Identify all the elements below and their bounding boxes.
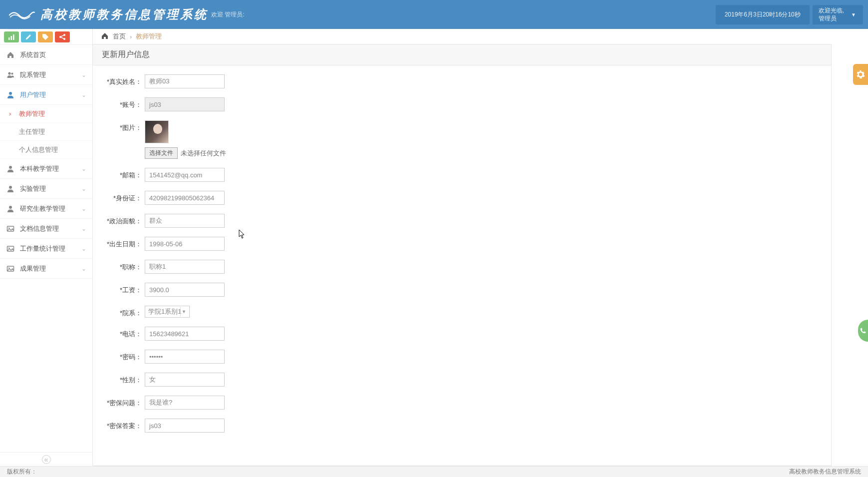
label-idcard: *身份证： [100, 191, 145, 203]
svg-point-8 [9, 92, 12, 95]
input-birth[interactable]: 1998-05-06 [145, 237, 225, 251]
select-dept[interactable]: 学院1系别1 ▼ [145, 306, 190, 318]
chevron-down-icon: ⌄ [81, 265, 86, 272]
sidebar-item-user-mgmt[interactable]: 用户管理 ⌄ [0, 85, 92, 105]
input-account: js03 [145, 97, 225, 111]
chevron-down-icon: ⌄ [81, 165, 86, 172]
panel-title: 更新用户信息 [93, 44, 831, 65]
submenu-label: 教师管理 [19, 109, 45, 118]
input-gender[interactable]: 女 [145, 373, 225, 387]
label-realname: *真实姓名： [100, 74, 145, 86]
toolbar-stats-button[interactable] [4, 31, 19, 42]
sidebar-item-dept[interactable]: 院系管理 ⌄ [0, 65, 92, 85]
sidebar-item-achievement[interactable]: 成果管理 ⌄ [0, 259, 92, 279]
sidebar-item-undergrad[interactable]: 本科教学管理 ⌄ [0, 159, 92, 179]
gear-icon [856, 70, 865, 79]
toolbar-tag-button[interactable] [38, 31, 53, 42]
svg-point-7 [11, 72, 13, 74]
submenu-item-director[interactable]: 主任管理 [0, 123, 92, 141]
welcome-text: 欢迎 管理员: [211, 10, 245, 19]
sidebar-item-label: 工作量统计管理 [20, 244, 81, 253]
user-greeting: 欢迎光临, [819, 7, 844, 15]
input-politics[interactable]: 群众 [145, 214, 225, 228]
svg-rect-0 [8, 37, 10, 40]
image-icon [6, 264, 15, 273]
label-phone: *电话： [100, 327, 145, 339]
image-icon [6, 244, 15, 253]
select-dept-value: 学院1系别1 [148, 307, 181, 316]
sidebar-item-lab[interactable]: 实验管理 ⌄ [0, 179, 92, 199]
input-idcard[interactable]: 420982199805062364 [145, 191, 225, 205]
sidebar: 系统首页 院系管理 ⌄ 用户管理 ⌄ 教师管理 主任管理 [0, 29, 93, 466]
sidebar-item-workload[interactable]: 工作量统计管理 ⌄ [0, 239, 92, 259]
label-gender: *性别： [100, 373, 145, 385]
svg-point-10 [9, 186, 12, 189]
user-role: 管理员 [819, 15, 844, 23]
label-seca: *密保答案： [100, 419, 145, 431]
submenu-item-teacher[interactable]: 教师管理 [0, 105, 92, 123]
toolbar-share-button[interactable] [55, 31, 70, 42]
sidebar-collapse-button[interactable]: « [0, 452, 92, 466]
sidebar-item-label: 院系管理 [20, 70, 81, 79]
chevron-left-icon: « [42, 455, 51, 464]
chevron-down-icon: ⌄ [81, 225, 86, 232]
chevron-down-icon: ⌄ [81, 185, 86, 192]
breadcrumb-home-link[interactable]: 首页 [113, 32, 126, 41]
chevron-down-icon: ⌄ [81, 205, 86, 212]
footer-right: 高校教师教务信息管理系统 [789, 468, 861, 476]
choose-file-button[interactable]: 选择文件 [145, 147, 178, 159]
svg-point-11 [9, 206, 12, 209]
label-picture: *图片： [100, 120, 145, 132]
submenu-label: 个人信息管理 [19, 145, 58, 154]
input-salary[interactable]: 3900.0 [145, 283, 225, 297]
chevron-down-icon: ▼ [180, 307, 187, 317]
svg-rect-1 [11, 36, 12, 40]
input-seca[interactable]: js03 [145, 419, 225, 433]
sidebar-item-docs[interactable]: 文档信息管理 ⌄ [0, 219, 92, 239]
input-email[interactable]: 1541452@qq.com [145, 168, 225, 182]
sidebar-item-grad[interactable]: 研究生教学管理 ⌄ [0, 199, 92, 219]
input-realname[interactable]: 教师03 [145, 74, 225, 88]
app-title: 高校教师教务信息管理系统 [40, 6, 208, 22]
logo-icon [7, 9, 36, 20]
user-icon [6, 90, 15, 99]
breadcrumb: 首页 › 教师管理 [93, 29, 868, 44]
submenu-user-mgmt: 教师管理 主任管理 个人信息管理 [0, 105, 92, 159]
user-menu[interactable]: 欢迎光临, 管理员 ▼ [813, 5, 863, 24]
label-title: *职称： [100, 260, 145, 272]
toolbar-edit-button[interactable] [21, 31, 36, 42]
chevron-down-icon: ⌄ [81, 245, 86, 252]
user-icon [6, 204, 15, 213]
label-password: *密码： [100, 350, 145, 362]
home-icon [6, 50, 15, 59]
nav-menu: 系统首页 院系管理 ⌄ 用户管理 ⌄ 教师管理 主任管理 [0, 45, 92, 452]
svg-point-9 [9, 166, 12, 169]
input-secq[interactable]: 我是谁? [145, 396, 225, 410]
breadcrumb-current: 教师管理 [136, 32, 162, 41]
footer-left: 版权所有： [7, 468, 37, 476]
avatar-preview [145, 120, 169, 143]
chevron-down-icon: ⌄ [81, 91, 86, 98]
sidebar-item-label: 实验管理 [20, 184, 81, 193]
input-title[interactable]: 职称1 [145, 260, 225, 274]
sidebar-item-home[interactable]: 系统首页 [0, 45, 92, 65]
submenu-item-profile[interactable]: 个人信息管理 [0, 141, 92, 159]
sidebar-item-label: 研究生教学管理 [20, 204, 81, 213]
settings-drawer-button[interactable] [853, 64, 868, 85]
users-icon [6, 70, 15, 79]
sidebar-item-label: 系统首页 [20, 50, 86, 59]
input-phone[interactable]: 15623489621 [145, 327, 225, 341]
datetime-display: 2019年6月3日20时16分10秒 [716, 5, 810, 24]
sidebar-item-label: 本科教学管理 [20, 164, 81, 173]
breadcrumb-sep: › [130, 33, 132, 40]
label-account: *账号： [100, 97, 145, 109]
input-password[interactable]: •••••• [145, 350, 225, 364]
sidebar-item-label: 用户管理 [20, 90, 81, 99]
mini-toolbar [0, 29, 92, 45]
submenu-label: 主任管理 [19, 127, 45, 136]
user-icon [6, 184, 15, 193]
main-content: 首页 › 教师管理 更新用户信息 *真实姓名： 教师03 *账号： js03 *… [93, 29, 868, 466]
label-salary: *工资： [100, 283, 145, 295]
svg-rect-2 [13, 34, 14, 40]
label-dept: *院系： [100, 306, 145, 318]
